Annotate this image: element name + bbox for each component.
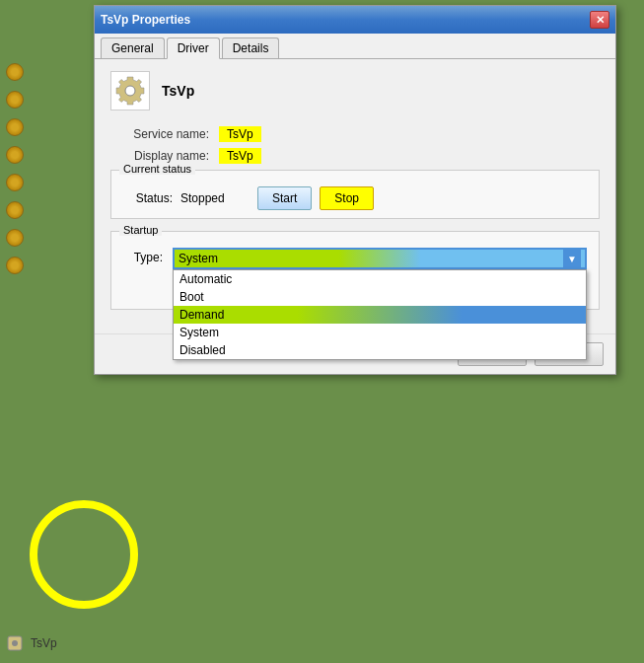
taskbar-item-icon	[5, 633, 25, 653]
status-row: Status: Stopped Start Stop	[123, 186, 587, 210]
tab-driver[interactable]: Driver	[167, 37, 220, 59]
sidebar-item-4[interactable]	[0, 142, 89, 168]
annotation-circle	[30, 500, 138, 609]
startup-section-label: Startup	[119, 224, 162, 236]
sidebar-item-6[interactable]	[0, 197, 89, 223]
service-header: TsVp	[110, 71, 600, 110]
service-name-row: Service name: TsVp	[110, 126, 600, 142]
service-name-label: Service name:	[110, 127, 219, 141]
close-button[interactable]: ✕	[590, 11, 609, 29]
dialog-title: TsVp Properties	[101, 13, 190, 27]
dialog-content: TsVp Service name: TsVp Display name: Ts…	[95, 59, 615, 333]
gear-icon-2	[6, 91, 24, 109]
sidebar-item-7[interactable]	[0, 225, 89, 251]
service-title: TsVp	[162, 83, 194, 99]
gear-icon-4	[6, 146, 24, 164]
taskbar-item-label: TsVp	[31, 636, 57, 650]
dropdown-item-demand[interactable]: Demand	[174, 306, 586, 324]
tab-details[interactable]: Details	[222, 37, 280, 58]
gear-icon-5	[6, 174, 24, 191]
sidebar-item-2[interactable]	[0, 87, 89, 112]
startup-type-label: Type:	[123, 248, 173, 264]
gear-icon-7	[6, 229, 24, 247]
service-icon	[110, 71, 150, 110]
dropdown-item-disabled[interactable]: Disabled	[174, 341, 586, 359]
startup-section: Startup Type: System ▼ Automatic	[110, 231, 600, 310]
startup-type-dropdown[interactable]: System ▼ Automatic Boot Demand	[173, 248, 587, 269]
gear-large-icon	[114, 75, 146, 107]
svg-point-1	[12, 640, 18, 646]
status-value: Stopped	[180, 191, 250, 205]
title-bar: TsVp Properties ✕	[95, 6, 615, 34]
status-field-label: Status:	[123, 191, 173, 205]
sidebar-item-5[interactable]	[0, 170, 89, 195]
current-status-label: Current status	[119, 163, 195, 175]
display-name-value: TsVp	[219, 148, 261, 164]
sidebar-item-8[interactable]	[0, 253, 89, 278]
start-button[interactable]: Start	[257, 186, 312, 210]
left-sidebar	[0, 59, 89, 278]
gear-icon-3	[6, 118, 24, 136]
gear-icon-8	[6, 257, 24, 274]
startup-type-row: Type: System ▼ Automatic Boot	[123, 248, 587, 269]
dropdown-arrow-icon: ▼	[563, 250, 581, 267]
tab-general[interactable]: General	[101, 37, 165, 58]
properties-dialog: TsVp Properties ✕ General Driver Details…	[94, 5, 616, 375]
dropdown-item-system[interactable]: System	[174, 324, 586, 341]
current-status-section: Current status Status: Stopped Start Sto…	[110, 170, 600, 219]
gear-icon-1	[6, 63, 24, 81]
gear-icon-6	[6, 201, 24, 219]
dropdown-selected[interactable]: System ▼	[173, 248, 587, 269]
dropdown-item-automatic[interactable]: Automatic	[174, 270, 586, 288]
svg-point-2	[125, 86, 135, 96]
sidebar-item-3[interactable]	[0, 114, 89, 140]
display-name-row: Display name: TsVp	[110, 148, 600, 164]
dropdown-selected-text: System	[179, 252, 563, 265]
dropdown-list: Automatic Boot Demand System Disabled	[173, 269, 587, 360]
stop-button[interactable]: Stop	[320, 186, 374, 210]
taskbar-item[interactable]: TsVp	[5, 633, 57, 653]
display-name-label: Display name:	[110, 149, 219, 163]
tab-bar: General Driver Details	[95, 34, 615, 59]
dropdown-item-boot[interactable]: Boot	[174, 288, 586, 306]
service-name-value: TsVp	[219, 126, 261, 142]
sidebar-item-1[interactable]	[0, 59, 89, 85]
